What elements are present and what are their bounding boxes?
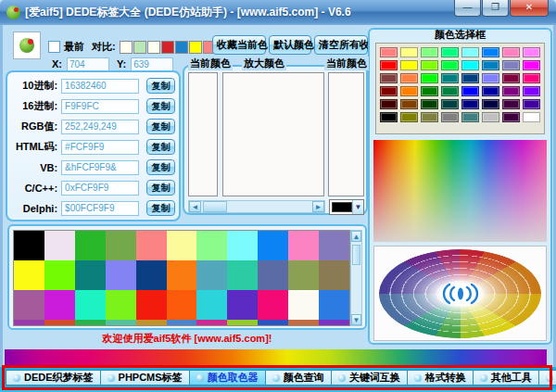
tab-其他工具[interactable]: 其他工具 <box>474 370 539 386</box>
basic-color-swatch[interactable] <box>502 47 520 57</box>
basic-color-swatch[interactable] <box>502 112 520 122</box>
palette-color-cell[interactable] <box>44 320 75 325</box>
palette-color-cell[interactable] <box>167 320 197 325</box>
basic-color-swatch[interactable] <box>441 60 459 70</box>
basic-color-swatch[interactable] <box>461 99 479 109</box>
scrollbar-thumb[interactable] <box>203 201 227 212</box>
basic-color-swatch[interactable] <box>502 60 520 70</box>
favorite-current-color-button[interactable]: 收藏当前色 <box>212 35 266 55</box>
palette-color-cell[interactable] <box>75 290 106 320</box>
palette-color-cell[interactable] <box>288 290 319 320</box>
palette-color-cell[interactable] <box>14 290 44 320</box>
scrollbar-thumb[interactable] <box>352 245 360 265</box>
tab-DEDE织梦标签[interactable]: DEDE织梦标签 <box>6 370 101 386</box>
basic-color-swatch[interactable] <box>502 73 520 83</box>
delphi-value-input[interactable] <box>61 201 139 216</box>
close-button[interactable]: ✕ <box>510 0 549 17</box>
palette-color-cell[interactable] <box>106 260 136 290</box>
clear-favorites-button[interactable]: 清空所有收藏 <box>314 35 368 55</box>
copy-button[interactable]: 复制 <box>146 180 175 196</box>
basic-color-swatch[interactable] <box>502 86 520 96</box>
basic-color-swatch[interactable] <box>421 86 438 96</box>
palette-color-cell[interactable] <box>258 231 288 260</box>
compare-color-swatch[interactable] <box>175 41 188 54</box>
palette-color-cell[interactable] <box>319 260 349 290</box>
palette-color-cell[interactable] <box>319 231 349 260</box>
hue-saturation-field[interactable] <box>373 140 547 242</box>
palette-color-cell[interactable] <box>227 320 258 325</box>
palette-color-cell[interactable] <box>106 231 136 260</box>
horizontal-scrollbar[interactable]: ◄ ► <box>188 200 325 213</box>
palette-color-cell[interactable] <box>75 260 106 290</box>
tab-关键词互换[interactable]: 关键词互换 <box>332 370 408 386</box>
palette-color-cell[interactable] <box>44 231 75 260</box>
basic-color-swatch[interactable] <box>441 47 459 57</box>
tab-PHPCMS标签[interactable]: PHPCMS标签 <box>101 370 190 386</box>
basic-color-swatch[interactable] <box>421 112 438 122</box>
vertical-scrollbar[interactable]: ▲ ▼ <box>350 230 362 326</box>
basic-color-swatch[interactable] <box>523 60 540 70</box>
basic-color-swatch[interactable] <box>380 99 398 109</box>
basic-color-swatch[interactable] <box>441 73 459 83</box>
palette-color-cell[interactable] <box>196 260 227 290</box>
basic-color-swatch[interactable] <box>482 86 499 96</box>
palette-color-cell[interactable] <box>44 260 75 290</box>
compare-color-swatch[interactable] <box>161 41 174 54</box>
tab-格式转换[interactable]: 格式转换 <box>408 370 474 386</box>
basic-color-swatch[interactable] <box>421 99 438 109</box>
basic-color-swatch[interactable] <box>523 86 540 96</box>
scroll-left-arrow-icon[interactable]: ◄ <box>189 201 201 212</box>
basic-color-swatch[interactable] <box>441 112 459 122</box>
scroll-up-arrow-icon[interactable]: ▲ <box>351 231 361 242</box>
palette-color-cell[interactable] <box>167 231 197 260</box>
basic-color-swatch[interactable] <box>400 47 418 57</box>
basic-color-swatch[interactable] <box>380 47 398 57</box>
basic-color-swatch[interactable] <box>400 112 418 122</box>
palette-color-cell[interactable] <box>75 320 106 325</box>
basic-color-swatch[interactable] <box>441 99 459 109</box>
palette-color-cell[interactable] <box>258 320 288 325</box>
basic-color-swatch[interactable] <box>482 60 499 70</box>
palette-color-cell[interactable] <box>288 320 319 325</box>
scroll-right-arrow-icon[interactable]: ► <box>312 201 324 212</box>
basic-color-swatch[interactable] <box>400 73 418 83</box>
basic-color-swatch[interactable] <box>400 99 418 109</box>
basic-color-swatch[interactable] <box>482 99 499 109</box>
palette-color-cell[interactable] <box>136 231 167 260</box>
basic-color-swatch[interactable] <box>461 47 479 57</box>
palette-color-cell[interactable] <box>227 260 258 290</box>
basic-color-swatch[interactable] <box>400 60 418 70</box>
copy-button[interactable]: 复制 <box>146 159 175 175</box>
chevron-down-icon[interactable]: ▼ <box>352 200 363 214</box>
copy-button[interactable]: 复制 <box>146 119 175 134</box>
copy-button[interactable]: 复制 <box>146 200 175 216</box>
basic-color-swatch[interactable] <box>421 60 438 70</box>
basic-color-swatch[interactable] <box>441 86 459 96</box>
stay-on-top-checkbox[interactable] <box>48 41 60 53</box>
palette-color-cell[interactable] <box>227 290 258 320</box>
x-coordinate-input[interactable] <box>67 57 109 71</box>
tab-系统配置[interactable]: 系统配置 <box>539 370 556 386</box>
palette-color-cell[interactable] <box>106 320 136 325</box>
cpp-value-input[interactable] <box>61 181 139 196</box>
basic-color-swatch[interactable] <box>502 99 520 109</box>
palette-color-cell[interactable] <box>136 290 167 320</box>
tab-颜色取色器[interactable]: 颜色取色器 <box>190 370 266 386</box>
compare-color-swatch[interactable] <box>120 41 133 54</box>
basic-color-swatch[interactable] <box>523 112 540 122</box>
decimal-value-input[interactable] <box>61 79 139 94</box>
hex-value-input[interactable] <box>61 99 139 114</box>
palette-color-cell[interactable] <box>319 320 349 325</box>
palette-color-cell[interactable] <box>14 320 44 325</box>
basic-color-swatch[interactable] <box>523 99 540 109</box>
palette-color-cell[interactable] <box>196 231 227 260</box>
copy-button[interactable]: 复制 <box>146 139 175 155</box>
basic-color-swatch[interactable] <box>400 86 418 96</box>
basic-color-swatch[interactable] <box>461 60 479 70</box>
palette-color-cell[interactable] <box>136 320 167 325</box>
palette-color-cell[interactable] <box>196 320 227 325</box>
scroll-down-arrow-icon[interactable]: ▼ <box>351 314 361 325</box>
color-dropdown[interactable]: ▼ <box>329 199 364 215</box>
compare-color-swatch[interactable] <box>133 41 146 54</box>
vb-value-input[interactable] <box>61 160 139 175</box>
